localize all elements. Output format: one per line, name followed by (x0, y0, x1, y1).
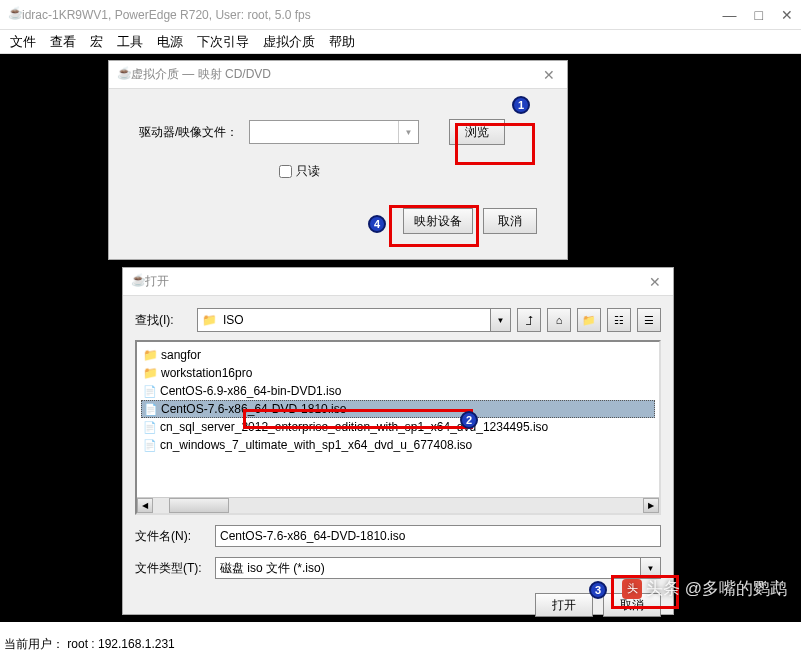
open-dialog-title: 打开 (145, 273, 645, 290)
home-button[interactable]: ⌂ (547, 308, 571, 332)
file-item[interactable]: 📄CentOS-7.6-x86_64-DVD-1810.iso (141, 400, 655, 418)
main-titlebar: idrac-1KR9WV1, PowerEdge R720, User: roo… (0, 0, 801, 30)
close-icon[interactable]: ✕ (539, 67, 559, 83)
console-area: 虚拟介质 — 映射 CD/DVD ✕ 驱动器/映像文件： ▼ 浏览 只读 映射设… (0, 54, 801, 622)
minimize-button[interactable]: — (723, 7, 737, 23)
folder-icon: 📁 (143, 348, 158, 362)
filetype-label: 文件类型(T): (135, 560, 209, 577)
scroll-thumb[interactable] (169, 498, 229, 513)
watermark: 头 头条 @多嘴的鹦鹉 (622, 577, 787, 600)
lookin-combo[interactable]: 📁 ISO ▼ (197, 308, 511, 332)
java-icon (131, 275, 145, 289)
file-item[interactable]: 📄cn_windows_7_ultimate_with_sp1_x64_dvd_… (141, 436, 655, 454)
file-icon: 📄 (143, 385, 157, 398)
menu-help[interactable]: 帮助 (329, 33, 355, 51)
open-dialog: 打开 ✕ 查找(I): 📁 ISO ▼ ⮥ ⌂ 📁 ☷ ☰ 📁sangfor📁w… (122, 267, 674, 615)
scroll-left-icon[interactable]: ◀ (137, 498, 153, 513)
folder-item[interactable]: 📁sangfor (141, 346, 655, 364)
statusbar: 当前用户： root : 192.168.1.231 (0, 636, 801, 653)
open-button[interactable]: 打开 (535, 593, 593, 617)
folder-icon: 📁 (202, 313, 217, 327)
horizontal-scrollbar[interactable]: ◀ ▶ (137, 497, 659, 513)
window-title: idrac-1KR9WV1, PowerEdge R720, User: roo… (22, 8, 723, 22)
menu-power[interactable]: 电源 (157, 33, 183, 51)
file-name: CentOS-6.9-x86_64-bin-DVD1.iso (160, 384, 341, 398)
file-name: CentOS-7.6-x86_64-DVD-1810.iso (161, 402, 346, 416)
filename-label: 文件名(N): (135, 528, 209, 545)
lookin-value: ISO (221, 313, 490, 327)
map-device-button[interactable]: 映射设备 (403, 208, 473, 234)
close-icon[interactable]: ✕ (645, 274, 665, 290)
folder-item[interactable]: 📁workstation16pro (141, 364, 655, 382)
close-button[interactable]: ✕ (781, 7, 793, 23)
file-icon: 📄 (144, 403, 158, 416)
file-item[interactable]: 📄CentOS-6.9-x86_64-bin-DVD1.iso (141, 382, 655, 400)
up-folder-button[interactable]: ⮥ (517, 308, 541, 332)
detail-view-button[interactable]: ☰ (637, 308, 661, 332)
file-icon: 📄 (143, 439, 157, 452)
folder-icon: 📁 (143, 366, 158, 380)
chevron-down-icon[interactable]: ▼ (641, 557, 661, 579)
menubar: 文件 查看 宏 工具 电源 下次引导 虚拟介质 帮助 (0, 30, 801, 54)
filename-input[interactable] (215, 525, 661, 547)
browse-button[interactable]: 浏览 (449, 119, 505, 145)
chevron-down-icon[interactable]: ▼ (490, 309, 510, 331)
menu-virtualmedia[interactable]: 虚拟介质 (263, 33, 315, 51)
file-name: workstation16pro (161, 366, 252, 380)
menu-tools[interactable]: 工具 (117, 33, 143, 51)
java-icon (8, 8, 22, 22)
status-text: 当前用户： root : 192.168.1.231 (4, 636, 175, 653)
new-folder-button[interactable]: 📁 (577, 308, 601, 332)
list-view-button[interactable]: ☷ (607, 308, 631, 332)
file-name: cn_windows_7_ultimate_with_sp1_x64_dvd_u… (160, 438, 472, 452)
drive-label: 驱动器/映像文件： (139, 124, 249, 141)
readonly-label: 只读 (296, 163, 320, 180)
menu-nextboot[interactable]: 下次引导 (197, 33, 249, 51)
scroll-right-icon[interactable]: ▶ (643, 498, 659, 513)
drive-combo[interactable]: ▼ (249, 120, 419, 144)
readonly-checkbox[interactable] (279, 165, 292, 178)
vm-cancel-button[interactable]: 取消 (483, 208, 537, 234)
menu-view[interactable]: 查看 (50, 33, 76, 51)
file-icon: 📄 (143, 421, 157, 434)
file-name: cn_sql_server_2012_enterprise_edition_wi… (160, 420, 548, 434)
menu-macro[interactable]: 宏 (90, 33, 103, 51)
java-icon (117, 68, 131, 82)
watermark-logo-icon: 头 (622, 579, 642, 599)
virtual-media-dialog: 虚拟介质 — 映射 CD/DVD ✕ 驱动器/映像文件： ▼ 浏览 只读 映射设… (108, 60, 568, 260)
filetype-combo[interactable]: 磁盘 iso 文件 (*.iso) ▼ (215, 557, 661, 579)
chevron-down-icon[interactable]: ▼ (398, 121, 418, 143)
lookin-label: 查找(I): (135, 312, 191, 329)
menu-file[interactable]: 文件 (10, 33, 36, 51)
file-item[interactable]: 📄cn_sql_server_2012_enterprise_edition_w… (141, 418, 655, 436)
file-list[interactable]: 📁sangfor📁workstation16pro📄CentOS-6.9-x86… (135, 340, 661, 515)
file-name: sangfor (161, 348, 201, 362)
watermark-text: 头条 @多嘴的鹦鹉 (646, 577, 787, 600)
vm-dialog-title: 虚拟介质 — 映射 CD/DVD (131, 66, 539, 83)
maximize-button[interactable]: □ (755, 7, 763, 23)
